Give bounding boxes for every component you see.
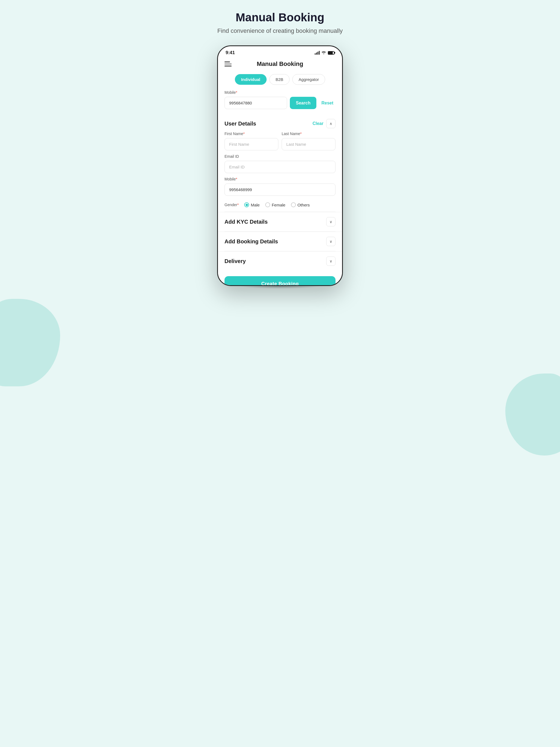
chevron-down-icon-delivery: ∨ bbox=[330, 259, 332, 263]
menu-icon[interactable] bbox=[225, 61, 232, 67]
create-booking-button[interactable]: Create Booking bbox=[225, 276, 335, 285]
email-input[interactable] bbox=[225, 161, 335, 173]
last-name-field: Last Name* bbox=[282, 131, 335, 150]
tab-aggregator[interactable]: Aggregator bbox=[292, 74, 325, 85]
gender-male-option[interactable]: Male bbox=[244, 202, 260, 207]
male-radio-circle bbox=[244, 202, 249, 207]
search-button[interactable]: Search bbox=[290, 97, 316, 109]
wifi-icon bbox=[321, 51, 326, 55]
others-radio-circle bbox=[291, 202, 296, 207]
gender-female-option[interactable]: Female bbox=[265, 202, 285, 207]
clear-button[interactable]: Clear bbox=[312, 121, 324, 126]
chevron-down-icon-kyc: ∨ bbox=[330, 220, 332, 224]
reset-button[interactable]: Reset bbox=[319, 97, 335, 109]
female-label: Female bbox=[272, 203, 285, 207]
female-radio-circle bbox=[265, 202, 270, 207]
page-title: Manual Booking bbox=[218, 11, 343, 24]
email-label: Email ID bbox=[225, 154, 335, 159]
background-blob-right bbox=[505, 374, 560, 456]
delivery-accordion[interactable]: Delivery ∨ bbox=[218, 251, 342, 271]
phone-frame: 9:41 bbox=[217, 45, 343, 286]
page-subtitle: Find convenience of creating booking man… bbox=[218, 27, 343, 34]
signal-icon bbox=[315, 51, 320, 55]
gender-others-option[interactable]: Others bbox=[291, 202, 310, 207]
user-details-title: User Details bbox=[225, 121, 256, 127]
others-label: Others bbox=[298, 203, 310, 207]
last-name-input[interactable] bbox=[282, 138, 335, 150]
first-name-input[interactable] bbox=[225, 138, 278, 150]
battery-icon bbox=[328, 51, 334, 55]
app-header: Manual Booking bbox=[218, 58, 342, 72]
user-mobile-field-container: Mobile* bbox=[218, 177, 342, 196]
mobile-input-wrap bbox=[225, 97, 287, 109]
user-mobile-label: Mobile* bbox=[225, 177, 335, 181]
user-details-actions: Clear ∧ bbox=[312, 119, 335, 128]
phone-screen: 9:41 bbox=[218, 46, 342, 285]
male-label: Male bbox=[251, 203, 260, 207]
status-bar: 9:41 bbox=[218, 46, 342, 58]
gender-row: Gender* Male Female Others bbox=[218, 200, 342, 212]
delivery-expand-button[interactable]: ∨ bbox=[326, 256, 335, 266]
email-field-container: Email ID bbox=[218, 154, 342, 173]
kyc-expand-button[interactable]: ∨ bbox=[326, 217, 335, 226]
name-row: First Name* Last Name* bbox=[218, 131, 342, 150]
booking-title: Add Booking Details bbox=[225, 238, 278, 245]
phone-content: Individual B2B Aggregator Mobile* Search… bbox=[218, 72, 342, 285]
tab-b2b[interactable]: B2B bbox=[269, 74, 289, 85]
user-details-header: User Details Clear ∧ bbox=[218, 114, 342, 131]
tab-individual[interactable]: Individual bbox=[235, 74, 266, 85]
mobile-row: Search Reset bbox=[225, 97, 335, 109]
background-blob-left bbox=[0, 299, 60, 386]
chevron-up-icon: ∧ bbox=[330, 121, 332, 126]
page-header: Manual Booking Find convenience of creat… bbox=[218, 11, 343, 34]
tab-selector: Individual B2B Aggregator bbox=[218, 72, 342, 90]
app-title: Manual Booking bbox=[232, 60, 328, 68]
chevron-down-icon-booking: ∨ bbox=[330, 239, 332, 243]
mobile-search-input[interactable] bbox=[225, 97, 287, 109]
kyc-accordion[interactable]: Add KYC Details ∨ bbox=[218, 212, 342, 231]
booking-expand-button[interactable]: ∨ bbox=[326, 237, 335, 246]
male-radio-dot bbox=[246, 204, 248, 206]
status-icons bbox=[315, 51, 334, 55]
status-time: 9:41 bbox=[226, 50, 235, 55]
user-mobile-input[interactable] bbox=[225, 183, 335, 196]
gender-label: Gender* bbox=[225, 203, 239, 207]
mobile-search-section: Mobile* Search Reset bbox=[218, 90, 342, 109]
collapse-user-details-button[interactable]: ∧ bbox=[326, 119, 335, 128]
kyc-title: Add KYC Details bbox=[225, 219, 268, 225]
delivery-title: Delivery bbox=[225, 258, 246, 264]
booking-accordion[interactable]: Add Booking Details ∨ bbox=[218, 232, 342, 251]
mobile-field-label: Mobile* bbox=[225, 90, 335, 95]
first-name-field: First Name* bbox=[225, 131, 278, 150]
